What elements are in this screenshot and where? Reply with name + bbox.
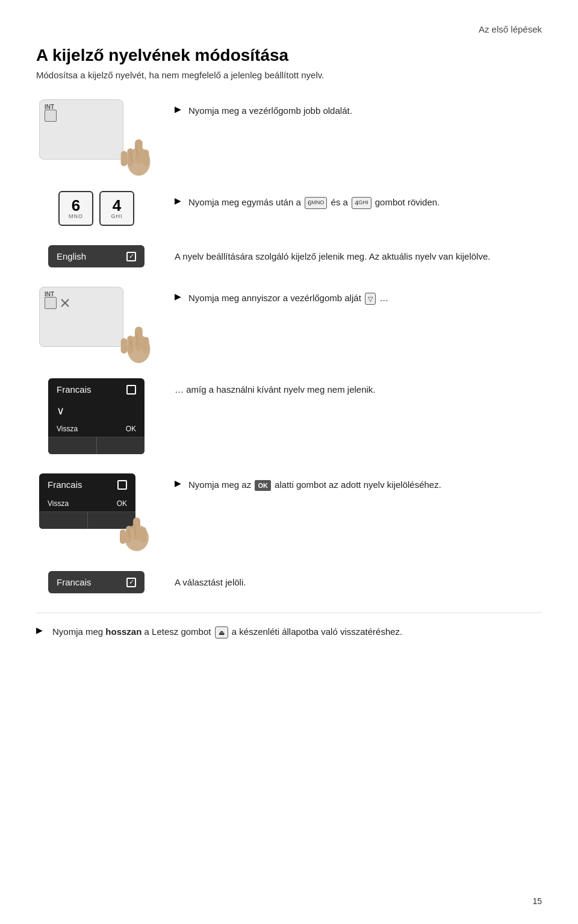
number-buttons: 6 MNO 4 GHI bbox=[58, 191, 134, 226]
step-3-text: A nyelv beállítására szolgáló kijelző je… bbox=[175, 250, 490, 264]
francais-selected-option: Francais bbox=[48, 571, 144, 593]
svg-rect-12 bbox=[121, 338, 128, 354]
english-option: English bbox=[48, 245, 144, 267]
left-screen-btn bbox=[48, 437, 96, 454]
step-6-text: Nyomja meg az OK alatti gombot az adott … bbox=[188, 478, 441, 492]
step-4-text: Nyomja meg annyiszor a vezérlőgomb alját… bbox=[188, 292, 388, 305]
svg-rect-11 bbox=[127, 336, 134, 354]
svg-rect-17 bbox=[133, 517, 140, 540]
francais-item-2: Francais bbox=[39, 473, 135, 496]
key-6mno-ref: 6MNO bbox=[305, 197, 328, 210]
int-button-illustration-2: INT bbox=[39, 287, 123, 347]
ok-badge: OK bbox=[255, 480, 271, 492]
step-4-illustration: INT bbox=[36, 287, 157, 359]
num-4-label: GHI bbox=[111, 213, 122, 219]
step-5-text-area: … amíg a használni kívánt nyelv meg nem … bbox=[175, 378, 542, 397]
step-6-row: Francais Vissza OK bbox=[36, 473, 542, 552]
svg-rect-3 bbox=[121, 151, 128, 166]
step-2-text: Nyomja meg egymás után a 6MNO és a 4GHI … bbox=[188, 196, 440, 210]
francais-empty-check-2 bbox=[117, 480, 127, 490]
step-5-row: Francais ∨ Vissza OK … amíg a használni … bbox=[36, 378, 542, 454]
step-3-text-area: A nyelv beállítására szolgáló kijelző je… bbox=[175, 245, 542, 264]
bottom-step-arrow: ▶ bbox=[36, 625, 43, 635]
step-2-row: 6 MNO 4 GHI ▶ Nyomja meg egymás után a 6… bbox=[36, 191, 542, 226]
step-2-illustration: 6 MNO 4 GHI bbox=[36, 191, 157, 226]
section-divider bbox=[36, 613, 542, 613]
svg-rect-13 bbox=[143, 337, 149, 354]
francais-label-2: Francais bbox=[48, 479, 82, 490]
vissza-label: Vissza bbox=[57, 425, 78, 433]
francais-screen-navigation: Francais ∨ Vissza OK bbox=[48, 378, 144, 454]
screen-bottom-buttons bbox=[48, 437, 144, 454]
step-6-arrow: ▶ bbox=[175, 478, 181, 488]
step-1-text-area: ▶ Nyomja meg a vezérlőgomb jobb oldalát. bbox=[175, 99, 542, 118]
svg-rect-10 bbox=[135, 326, 143, 351]
svg-rect-19 bbox=[120, 529, 126, 544]
svg-rect-1 bbox=[135, 139, 143, 163]
step-6-text-area: ▶ Nyomja meg az OK alatti gombot az adot… bbox=[175, 473, 542, 492]
page-title: A kijelző nyelvének módosítása bbox=[36, 46, 542, 65]
down-chevron: ∨ bbox=[57, 404, 64, 417]
down-key-ref: ▽ bbox=[365, 293, 376, 305]
english-checkmark bbox=[126, 252, 136, 261]
step-1-illustration: INT bbox=[36, 99, 157, 172]
hand-icon-2 bbox=[114, 314, 166, 365]
step-4-row: INT ▶ Nyomja meg anny bbox=[36, 287, 542, 359]
svg-rect-20 bbox=[140, 527, 146, 543]
language-screen-english: English bbox=[48, 245, 144, 267]
svg-rect-2 bbox=[127, 148, 134, 166]
step-5-text: … amíg a használni kívánt nyelv meg nem … bbox=[175, 383, 376, 397]
francais-item: Francais bbox=[48, 378, 144, 401]
step-7-row: Francais A választást jelöli. bbox=[36, 571, 542, 593]
vissza-label-2: Vissza bbox=[48, 499, 69, 508]
step-1-row: INT ▶ Nyomja meg a vezérlőgomb jobb olda… bbox=[36, 99, 542, 172]
num-4-button: 4 GHI bbox=[99, 191, 134, 226]
right-screen-btn bbox=[96, 437, 145, 454]
num-6-label: MNO bbox=[69, 213, 83, 219]
num-4-digit: 4 bbox=[113, 198, 121, 213]
english-label: English bbox=[57, 251, 86, 261]
svg-rect-18 bbox=[126, 526, 132, 543]
key-4ghi-ref: 4GHI bbox=[352, 197, 371, 210]
header-title: Az első lépések bbox=[479, 24, 542, 34]
vissza-ok-row: Vissza OK bbox=[48, 421, 144, 437]
step-5-illustration: Francais ∨ Vissza OK bbox=[36, 378, 157, 454]
num-6-digit: 6 bbox=[72, 198, 80, 213]
num-6-button: 6 MNO bbox=[58, 191, 93, 226]
francais-selected-label: Francais bbox=[57, 577, 92, 587]
letesz-icon: ⏏ bbox=[215, 626, 228, 639]
francais-empty-check bbox=[126, 385, 136, 395]
step-1-text: Nyomja meg a vezérlőgomb jobb oldalát. bbox=[188, 104, 352, 118]
int-button-illustration: INT bbox=[39, 99, 123, 160]
step-1-arrow: ▶ bbox=[175, 104, 181, 114]
page-subtitle: Módosítsa a kijelző nyelvét, ha nem megf… bbox=[36, 70, 542, 80]
int-icon bbox=[45, 110, 57, 122]
ok-label: OK bbox=[126, 425, 136, 433]
mute-icon bbox=[59, 297, 71, 309]
int-icon-2 bbox=[45, 297, 57, 309]
bottom-step: ▶ Nyomja meg hosszan a Letesz gombot ⏏ a… bbox=[36, 625, 542, 639]
language-screen-francais: Francais bbox=[48, 571, 144, 593]
step-6-illustration: Francais Vissza OK bbox=[36, 473, 157, 552]
step-7-text: A választást jelöli. bbox=[175, 576, 246, 590]
hand-icon-3 bbox=[111, 507, 166, 555]
francais-checkmark bbox=[126, 578, 136, 587]
page-number: 15 bbox=[532, 896, 542, 906]
down-arrow-row: ∨ bbox=[48, 401, 144, 421]
step-7-illustration: Francais bbox=[36, 571, 157, 593]
bottom-step-text: Nyomja meg hosszan a Letesz gombot ⏏ a k… bbox=[52, 625, 402, 639]
step-7-text-area: A választást jelöli. bbox=[175, 571, 542, 590]
step-2-text-area: ▶ Nyomja meg egymás után a 6MNO és a 4GH… bbox=[175, 191, 542, 210]
bottom-step-bold: hosszan bbox=[105, 626, 141, 637]
hand-icon-1 bbox=[114, 126, 166, 178]
step-2-arrow: ▶ bbox=[175, 196, 181, 205]
svg-rect-4 bbox=[143, 149, 149, 166]
step-3-illustration: English bbox=[36, 245, 157, 267]
step-4-arrow: ▶ bbox=[175, 292, 181, 301]
step-4-text-area: ▶ Nyomja meg annyiszor a vezérlőgomb alj… bbox=[175, 287, 542, 305]
step-3-row: English A nyelv beállítására szolgáló ki… bbox=[36, 245, 542, 267]
francais-label: Francais bbox=[57, 384, 92, 395]
left-screen-btn-2 bbox=[39, 512, 87, 529]
